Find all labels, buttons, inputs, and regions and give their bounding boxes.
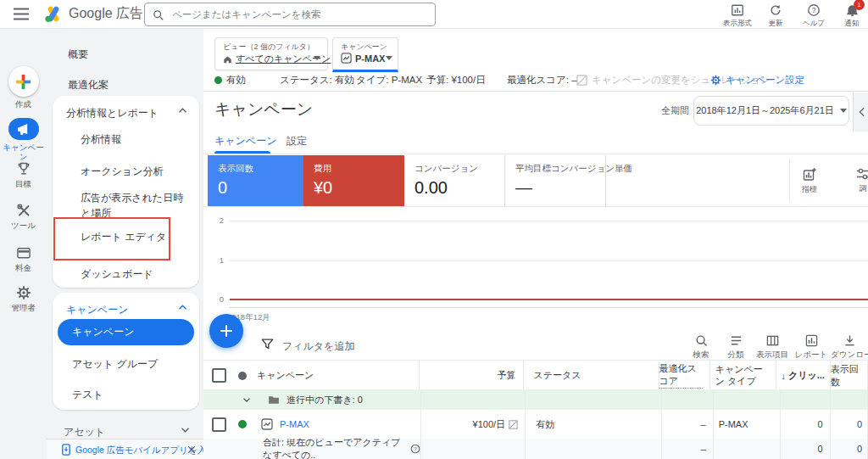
type-field: タイプ: P-MAX xyxy=(356,74,422,87)
timeseries-chart: 2 xyxy=(203,208,868,327)
google-ads-logo[interactable]: Google 広告 xyxy=(44,0,143,28)
sidebar-item-insights[interactable]: 分析情報 xyxy=(81,132,121,147)
metrics-button[interactable]: 指標 xyxy=(791,167,828,195)
table-search-button[interactable]: 検索 xyxy=(682,334,720,361)
rail-item-billing[interactable]: 料金 xyxy=(0,245,47,272)
chevron-down-icon[interactable] xyxy=(242,397,251,403)
chevron-down-icon[interactable] xyxy=(181,427,190,434)
tools-icon xyxy=(0,203,47,218)
header-campaign-label[interactable]: キャンペーン xyxy=(257,369,314,382)
scorecard-conversions[interactable]: コンバージョン 0.00 xyxy=(404,155,504,206)
budget-value: ¥100/日 xyxy=(473,418,506,431)
refresh-button[interactable]: 更新 xyxy=(759,3,793,29)
budget-cell[interactable]: ¥100/日 xyxy=(421,410,526,439)
sidebar-item-dashboard[interactable]: ダッシュボード xyxy=(81,267,153,282)
google-ads-logo-icon xyxy=(44,5,63,23)
scorecard-avg-target-cpa-label: 平均目標コンバージョン単価 xyxy=(515,163,632,175)
tab-settings[interactable]: 設定 xyxy=(287,134,307,148)
sidebar-item-report-editor[interactable]: レポート エディタ xyxy=(81,230,166,244)
header-type-cell[interactable]: キャンペーン タイプ xyxy=(710,361,777,390)
scorecard-impressions[interactable]: 表示回数 0 xyxy=(208,155,303,206)
header-type-label: キャンペーン タイプ xyxy=(715,364,770,388)
sidebar-item-asset-groups[interactable]: アセット グループ xyxy=(72,357,158,372)
dropdown-caret-icon xyxy=(314,56,320,60)
notifications-button[interactable]: 1 通知 xyxy=(835,3,868,29)
impressions-cell: 0 xyxy=(831,410,868,439)
campaign-name-link[interactable]: P-MAX xyxy=(280,419,309,429)
row-checkbox[interactable] xyxy=(212,417,226,432)
sidebar-item-when-where-ads[interactable]: 広告が表示された日時と場所 xyxy=(81,190,189,221)
chevron-up-icon[interactable] xyxy=(178,304,187,311)
download-button[interactable]: ダウンロー xyxy=(831,334,868,361)
megaphone-icon xyxy=(8,118,39,140)
gridline xyxy=(229,221,868,221)
empty-cell xyxy=(421,439,526,459)
rail-item-goals[interactable]: 目標 xyxy=(0,161,47,188)
display-format-button[interactable]: 表示形式 xyxy=(721,3,754,29)
rail-item-create[interactable]: 作成 xyxy=(0,66,47,109)
campaign-selector[interactable]: キャンペーン P-MAX xyxy=(332,37,398,72)
cost-series-line xyxy=(230,299,868,300)
chevron-up-icon[interactable] xyxy=(178,107,187,114)
scorecard-cost-label: 費用 xyxy=(314,163,331,175)
header-clicks-label: クリッ... xyxy=(788,369,825,382)
sidebar-item-experiments[interactable]: テスト xyxy=(72,388,103,402)
total-impressions-cell: 0 xyxy=(831,439,868,459)
sidebar-item-auction-insights[interactable]: オークション分析 xyxy=(81,165,163,179)
enabled-status-dot[interactable] xyxy=(238,420,247,428)
search-icon xyxy=(682,334,720,347)
help-circle-icon[interactable]: ? xyxy=(410,444,420,454)
report-button[interactable]: レポート xyxy=(793,334,830,361)
budget-field[interactable]: 予算: ¥100/日 xyxy=(426,74,486,87)
rail-item-campaigns[interactable]: キャンペーン xyxy=(0,118,47,162)
x-axis-line xyxy=(229,307,868,308)
rail-label-create: 作成 xyxy=(0,99,47,109)
columns-button[interactable]: 表示項目 xyxy=(754,334,791,361)
add-campaign-fab[interactable] xyxy=(209,314,243,348)
add-filter-input[interactable]: フィルタを追加 xyxy=(282,339,354,354)
scorecard-cost[interactable]: 費用 ¥0 xyxy=(303,155,404,206)
scorecard-avg-target-cpa[interactable]: 平均目標コンバージョン単価 — xyxy=(505,155,605,206)
adjust-button[interactable]: 調 xyxy=(844,167,868,194)
rail-item-tools[interactable]: ツール xyxy=(0,203,47,230)
rail-item-admin[interactable]: 管理者 xyxy=(0,285,47,312)
sidebar-item-campaigns-active[interactable]: キャンペーン xyxy=(58,319,194,345)
filter-icon[interactable] xyxy=(261,338,274,350)
date-range-picker[interactable]: 2018年12月1日～2025年6月21日 xyxy=(693,96,849,126)
total-opt-score-cell: – xyxy=(662,439,714,459)
main-menu-icon[interactable] xyxy=(14,8,29,20)
segment-button[interactable]: 分類 xyxy=(717,334,754,361)
close-icon[interactable] xyxy=(187,445,196,454)
scorecards-bottom-divider xyxy=(203,206,868,207)
header-budget-cell[interactable]: 予算 xyxy=(420,361,524,390)
header-clicks-cell[interactable]: ↓ クリッ... xyxy=(776,361,830,390)
header-status-cell[interactable]: ステータス xyxy=(524,361,659,390)
total-label: 合計: 現在のビューでアクティブなすべての.. xyxy=(263,439,405,459)
rail-label-goals: 目標 xyxy=(0,179,47,188)
collapse-panel-button[interactable] xyxy=(853,92,868,132)
search-input[interactable] xyxy=(170,8,427,20)
display-format-label: 表示形式 xyxy=(721,19,754,29)
tab-campaigns[interactable]: キャンペーン xyxy=(214,134,276,148)
sidebar-item-recommendations[interactable]: 最適化案 xyxy=(68,78,108,92)
drafts-label: 進行中の下書き: 0 xyxy=(287,394,363,406)
header-opt-score-cell[interactable]: 最適化スコア xyxy=(659,361,710,390)
insights-section-title[interactable]: 分析情報とレポート xyxy=(66,106,159,120)
help-button[interactable]: ? ヘルプ xyxy=(797,3,831,29)
total-label-cell: 合計: 現在のビューでアクティブなすべての.. ? xyxy=(203,439,421,459)
sidebar-item-assets[interactable]: アセット xyxy=(64,425,105,439)
view-selector[interactable]: ビュー（2 個のフィルタ） すべてのキャンペーン xyxy=(214,37,328,70)
drafts-group-row[interactable]: 進行中の下書き: 0 xyxy=(203,389,868,411)
create-plus-icon xyxy=(8,66,39,97)
y-tick-1: 1 xyxy=(203,255,224,265)
header-impressions-cell[interactable]: 表示回数 xyxy=(831,361,868,390)
global-search[interactable] xyxy=(144,3,436,26)
select-all-checkbox[interactable] xyxy=(212,368,226,383)
sidebar-item-overview[interactable]: 概要 xyxy=(68,48,88,62)
search-icon xyxy=(153,9,164,20)
status-cell[interactable]: 有効 xyxy=(526,410,662,439)
top-app-bar: Google 広告 表示形式 更新 ? ヘルプ 1 xyxy=(0,0,868,29)
campaigns-section-title[interactable]: キャンペーン xyxy=(66,303,128,317)
insights-reports-card: 分析情報とレポート 分析情報 オークション分析 広告が表示された日時と場所 レポ… xyxy=(53,96,199,288)
campaign-settings-button[interactable]: キャンペーン設定 xyxy=(710,74,804,87)
